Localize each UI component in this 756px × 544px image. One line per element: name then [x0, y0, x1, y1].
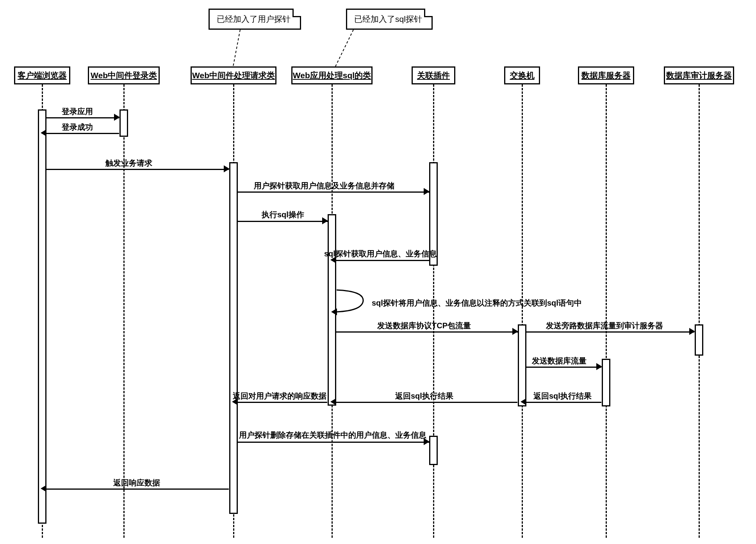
arrowhead-icon [424, 188, 430, 195]
msg-return-sql-1: 返回sql执行结果 [533, 391, 592, 401]
msg-user-probe-delete: 用户探针删除存储在关联插件中的用户信息、业务信息 [239, 430, 426, 440]
msg-login-app: 登录应用 [62, 106, 93, 117]
msg-arrow [238, 221, 328, 222]
msg-arrow [526, 367, 601, 368]
note-connector [334, 30, 357, 67]
lifeline-db-server: 数据库服务器 [578, 66, 634, 84]
lifeline-assoc-plugin: 关联插件 [412, 66, 455, 84]
lifeline-audit-server: 数据库审计服务器 [664, 66, 734, 84]
msg-arrow [526, 402, 601, 403]
msg-trigger-request: 触发业务请求 [105, 158, 152, 168]
activation-bar [518, 324, 526, 406]
arrowhead-icon [322, 217, 328, 224]
note-fold-icon [424, 9, 433, 17]
lifeline-assoc-label: 关联插件 [417, 70, 450, 81]
msg-arrow [336, 402, 517, 403]
activation-bar [38, 109, 46, 524]
lifeline-switch-label: 交换机 [510, 70, 535, 81]
msg-arrow [238, 402, 327, 403]
msg-arrow [46, 133, 119, 134]
lifeline-switch: 交换机 [504, 66, 540, 84]
arrowhead-icon [689, 328, 695, 335]
note-fold-icon [292, 9, 301, 17]
lifeline-line [522, 84, 523, 538]
lifeline-request-label: Web中间件处理请求类 [192, 70, 275, 81]
msg-sql-probe-get: sql探针获取用户信息、业务信息 [324, 249, 437, 259]
lifeline-line [123, 84, 125, 538]
msg-self-assoc: sql探针将用户信息、业务信息以注释的方式关联到sql语句中 [372, 298, 582, 308]
msg-arrow [238, 442, 429, 443]
self-loop-arc [337, 289, 368, 317]
note-sql-probe-text: 已经加入了sql探针 [354, 14, 422, 25]
svg-line-1 [335, 30, 353, 66]
lifeline-client: 客户端浏览器 [14, 66, 70, 84]
msg-arrow [46, 169, 229, 170]
lifeline-login-class: Web中间件登录类 [88, 66, 160, 84]
arrowhead-icon [41, 129, 46, 136]
arrowhead-icon [521, 398, 526, 405]
arrowhead-icon [224, 165, 230, 172]
msg-arrow [238, 191, 429, 193]
lifeline-line [699, 84, 700, 538]
lifeline-sql-class: Web应用处理sql的类 [291, 66, 373, 84]
lifeline-audit-label: 数据库审计服务器 [666, 70, 732, 81]
activation-bar [229, 162, 238, 514]
note-connector [228, 30, 244, 67]
svg-line-0 [233, 30, 240, 66]
arrowhead-icon [512, 328, 518, 335]
msg-arrow [526, 331, 694, 333]
msg-arrow [336, 260, 429, 261]
msg-arrow [46, 489, 229, 490]
lifeline-request-class: Web中间件处理请求类 [191, 66, 276, 84]
activation-bar [429, 436, 438, 465]
arrowhead-icon [41, 485, 46, 492]
note-user-probe: 已经加入了用户探针 [209, 9, 301, 30]
msg-arrow [46, 117, 119, 118]
msg-send-bypass: 发送旁路数据库流量到审计服务器 [546, 320, 663, 331]
activation-bar [119, 109, 128, 137]
note-user-probe-text: 已经加入了用户探针 [217, 14, 291, 25]
activation-bar [695, 324, 703, 356]
msg-return-resp-data: 返回对用户请求的响应数据 [233, 391, 326, 401]
msg-send-tcp: 发送数据库协议TCP包流量 [377, 320, 471, 331]
arrowhead-icon [596, 363, 602, 370]
msg-send-db-traffic: 发送数据库流量 [532, 356, 587, 366]
msg-exec-sql: 执行sql操作 [262, 209, 304, 220]
activation-bar [602, 359, 610, 406]
lifeline-client-label: 客户端浏览器 [18, 70, 67, 81]
arrowhead-icon [330, 398, 336, 405]
note-sql-probe: 已经加入了sql探针 [346, 9, 433, 30]
lifeline-login-label: Web中间件登录类 [91, 70, 157, 81]
lifeline-sql-label: Web应用处理sql的类 [293, 70, 371, 81]
msg-arrow [336, 331, 518, 333]
msg-return-response: 返回响应数据 [113, 478, 160, 488]
sequence-diagram: 客户端浏览器 Web中间件登录类 Web中间件处理请求类 Web应用处理sql的… [0, 0, 756, 544]
arrowhead-icon [331, 308, 337, 315]
lifeline-db-label: 数据库服务器 [581, 70, 631, 81]
msg-user-probe-store: 用户探针获取用户信息及业务信息并存储 [254, 181, 394, 191]
lifeline-line [433, 84, 434, 538]
arrowhead-icon [114, 114, 120, 121]
msg-login-success: 登录成功 [62, 122, 93, 132]
msg-return-sql-2: 返回sql执行结果 [395, 391, 453, 401]
lifeline-line [606, 84, 607, 538]
